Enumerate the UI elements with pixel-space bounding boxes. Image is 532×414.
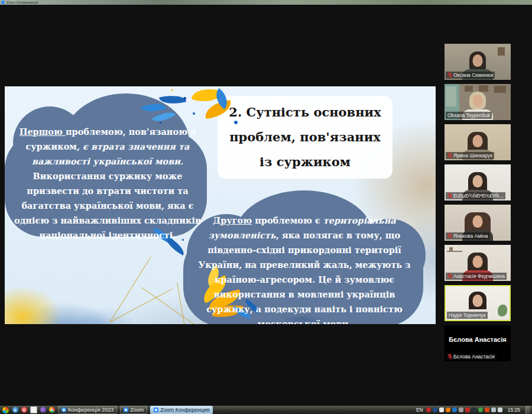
cloud-text-block-first-problem: Першою проблемою, пов'язаною з суржиком,… <box>5 97 212 240</box>
participants-sidebar: Оксана Семенюк Oksana Tsyperdiuk Ярина Ш… <box>445 44 511 366</box>
participant-tile[interactable]: Đ¡ĐµĐ½ÑĐºĐ¾Đ²Ñ… <box>445 164 511 200</box>
viber-icon[interactable] <box>40 407 46 413</box>
participant-name: Янакова Аміна <box>453 233 488 239</box>
mic-muted-icon <box>447 354 452 360</box>
tray-icon[interactable] <box>485 407 489 412</box>
window-app-icon <box>61 407 66 412</box>
taskbar-button-zoom-meeting-active[interactable]: Zoom Конференция <box>150 406 213 414</box>
internet-explorer-icon[interactable]: e <box>12 407 18 413</box>
picture-frame-decor <box>465 86 473 92</box>
cloud-text: Першою проблемою, пов'язаною з суржиком,… <box>8 124 207 242</box>
tray-icon[interactable] <box>452 407 457 412</box>
participant-name-label: Анастасія Федчишина <box>446 273 507 280</box>
start-button[interactable] <box>2 406 9 414</box>
participant-tile-video-off[interactable]: Бєлова Анастасія Бєлова Анастасія <box>445 325 511 361</box>
document-icon[interactable] <box>30 406 37 413</box>
cloud-text: Другою проблемою є територіальна зумовле… <box>192 213 417 324</box>
picture-frame-decor <box>479 85 488 92</box>
silhouette-face <box>473 255 483 268</box>
zoom-app-icon <box>1 1 5 4</box>
picture-frame-decor <box>498 47 505 56</box>
participant-name-label: Оксана Семенюк <box>446 72 495 79</box>
participant-name-label: Ярина Шинкарук <box>446 152 494 159</box>
participant-name-label: Oksana Tsyperdiuk <box>446 112 492 119</box>
mic-muted-icon <box>447 273 452 279</box>
language-indicator[interactable]: EN <box>416 407 423 413</box>
participant-display-name: Бєлова Анастасія <box>445 336 511 343</box>
tray-icon[interactable] <box>465 407 470 412</box>
silhouette-face <box>473 215 483 228</box>
participant-tile[interactable]: Oksana Tsyperdiuk <box>445 84 511 120</box>
window-title: Zoom Конференція <box>7 0 38 5</box>
dot-decoration <box>193 112 195 115</box>
cloud-text-part: Використання суржику може призвести до в… <box>14 171 201 240</box>
taskbar-button-label: Zoom <box>130 407 144 413</box>
network-icon[interactable] <box>498 407 502 412</box>
window-decor <box>446 86 456 106</box>
cloud-text-block-second-problem: Другою проблемою є територіальна зумовле… <box>183 192 427 324</box>
plant-decor <box>498 305 507 316</box>
window-titlebar: Zoom Конференція <box>0 0 532 5</box>
tray-icon[interactable] <box>439 407 444 412</box>
taskbar-clock[interactable]: 15:25 <box>505 407 523 413</box>
participant-tile[interactable]: Ярина Шинкарук <box>445 124 511 160</box>
show-desktop-button[interactable] <box>525 406 530 414</box>
participant-name: Oksana Tsyperdiuk <box>447 112 490 118</box>
silhouette-face <box>473 135 483 147</box>
participant-name: Оксана Семенюк <box>453 72 493 78</box>
mic-muted-icon <box>447 72 452 78</box>
zoom-app-icon <box>154 407 158 412</box>
taskbar-button-label: Zoom Конференция <box>160 407 209 413</box>
participant-tile[interactable]: Анастасія Федчишина <box>445 245 511 281</box>
shared-screen-slide: 2. Сутність основних проблем, пов'язаних… <box>5 86 436 324</box>
mic-muted-icon <box>447 233 452 239</box>
participant-name: Ярина Шинкарук <box>453 153 492 159</box>
dot-decoration <box>183 97 186 100</box>
tray-icon[interactable] <box>478 407 483 412</box>
taskbar-button-label: Конференція 2023 <box>68 407 113 413</box>
taskbar-button-zoom[interactable]: Zoom <box>120 406 147 414</box>
silhouette-face <box>473 175 483 187</box>
picture-frame-decor <box>494 86 506 93</box>
chrome-icon[interactable] <box>49 407 55 413</box>
silhouette-face <box>473 95 483 107</box>
participant-tile-active-speaker[interactable]: Надія Тернінчук <box>445 285 511 321</box>
opera-icon[interactable]: O <box>21 407 27 413</box>
participant-name-label: Надія Тернінчук <box>447 312 488 319</box>
cloud-text-part: проблемою є <box>252 215 323 225</box>
participant-name: Бєлова Анастасія <box>453 354 495 360</box>
participant-name: Đ¡ĐµĐ½ÑĐºĐ¾Đ²Ñ… <box>453 193 504 199</box>
dot-decoration <box>160 122 161 124</box>
cloud-text-part: , яка полягає в тому, що південно-східні… <box>198 230 410 324</box>
dot-decoration <box>171 89 173 91</box>
windows-taskbar: e O Конференція 2023 Zoom Zoom Конференц… <box>0 406 532 414</box>
zoom-app-icon <box>124 407 128 412</box>
participant-name-label: Бєлова Анастасія <box>446 353 497 360</box>
shelf-decor <box>447 251 462 252</box>
tray-icon[interactable] <box>426 407 431 412</box>
mic-muted-icon <box>447 153 452 159</box>
shelf-decor <box>449 247 453 251</box>
cloud-lead-underlined: Першою <box>20 127 66 137</box>
tray-icon[interactable] <box>433 407 437 412</box>
tray-icon[interactable] <box>472 407 476 412</box>
volume-icon[interactable] <box>491 407 496 412</box>
system-tray <box>426 407 502 412</box>
participant-tile[interactable]: Янакова Аміна <box>445 205 511 241</box>
tray-icon[interactable] <box>446 407 450 412</box>
participant-name: Анастасія Федчишина <box>453 273 505 279</box>
dot-decoration <box>234 121 238 124</box>
participant-name-label: Янакова Аміна <box>446 232 489 240</box>
tray-icon[interactable] <box>459 407 463 412</box>
participant-name: Надія Тернінчук <box>449 312 486 318</box>
taskbar-button-conference-2023[interactable]: Конференція 2023 <box>58 406 117 414</box>
slide-title: 2. Сутність основних проблем, пов'язаних… <box>218 96 392 179</box>
silhouette-face <box>473 295 483 307</box>
silhouette-face <box>473 54 483 67</box>
cloud-lead-underlined: Другою <box>213 215 252 225</box>
participant-tile[interactable]: Оксана Семенюк <box>445 44 511 80</box>
mic-muted-icon <box>447 193 452 199</box>
participant-name-label: Đ¡ĐµĐ½ÑĐºĐ¾Đ²Ñ… <box>446 192 505 199</box>
